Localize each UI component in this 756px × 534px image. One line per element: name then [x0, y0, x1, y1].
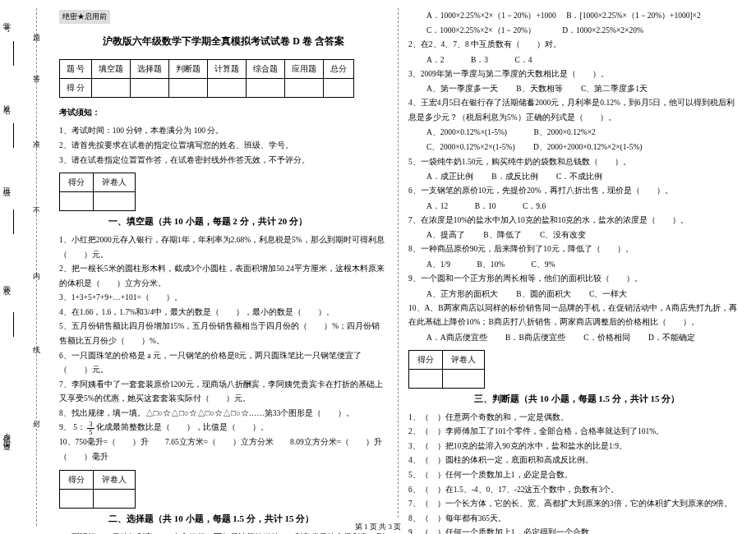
score-h1: 填空题	[92, 59, 131, 78]
binding-label-school: 学校	[2, 279, 12, 284]
c5-opts: A．成正比例 B．成反比例 C．不成比例	[408, 169, 738, 184]
score-h7: 总分	[324, 59, 354, 78]
c1c: C．1000×2.25%×2×（1－20%）	[426, 26, 536, 35]
c1-opts: A．1000×2.25%×2×（1－20%）+1000 B．[1000×2.25…	[408, 8, 738, 38]
choice-q5: 5、一袋纯牛奶1.50元，购买纯牛奶的袋数和总钱数（ ）。	[408, 155, 738, 170]
c10b: B．B商店便宜些	[505, 334, 565, 342]
fill-q9-pre: 9、	[59, 424, 71, 432]
c9b: B、圆的面积大	[516, 290, 570, 298]
fill-q10: 10、750毫升=（ ）升 7.65立方米=（ ）立方分米 8.09立方分米=（…	[59, 435, 388, 464]
fill-q2: 2、把一根长5米的圆柱形木料，截成3个小圆柱，表面积增加50.24平方厘米，这根…	[59, 262, 388, 291]
section-3-title: 三、判断题（共 10 小题，每题 1.5 分，共计 15 分）	[408, 390, 738, 407]
c7-opts: A、提高了 B、降低了 C、没有改变	[408, 228, 738, 242]
score-h3: 判断题	[169, 59, 208, 78]
notice-heading: 考试须知：	[59, 104, 388, 120]
choice-q10: 10、A、B两家商店以同样的标价销售同一品牌的手机，在促销活动中，A商店先打九折…	[408, 302, 738, 330]
c5b: B．成反比例	[491, 173, 537, 181]
binding-label-town: 乡镇（街道）	[2, 427, 12, 442]
notice-2: 2、请首先按要求在试卷的指定位置填写您的姓名、班级、学号。	[59, 138, 388, 153]
c2a: A．2	[426, 56, 445, 64]
fill-q9: 9、 5： 35 化成最简整数比是（ ），比值是（ ）。	[59, 421, 388, 435]
seal-no: 不	[33, 205, 40, 216]
c5a: A．成正比例	[426, 173, 473, 181]
c4-opts: A、2000×0.12%×(1-5%) B、2000×0.12%×2 C、200…	[408, 125, 738, 154]
c3c: C、第二季度多1天	[581, 85, 648, 93]
judge-q5: 5、（ ）任何一个质数加上1，必定是合数。	[408, 468, 738, 483]
judge-q1: 1、（ ）任意两个奇数的和，一定是偶数。	[408, 411, 738, 426]
mini-score-1: 得分评卷人	[59, 173, 136, 211]
mini-c1b: 得分	[60, 470, 94, 489]
mini-c1c: 得分	[409, 350, 443, 369]
c9-opts: A、正方形的面积大 B、圆的面积大 C、一样大	[408, 287, 738, 302]
score-table: 题 号 填空题 选择题 判断题 计算题 综合题 应用题 总分 得 分	[59, 59, 354, 98]
c3-opts: A、第一季度多一天 B、天数相等 C、第二季度多1天	[408, 81, 738, 96]
binding-dotted-line	[36, 8, 37, 526]
score-cell	[131, 78, 169, 97]
secret-tag: 绝密★启用前	[59, 10, 110, 24]
c8-opts: A、1/9 B、10% C、9%	[408, 257, 738, 272]
c5c: C．不成比例	[556, 173, 602, 181]
fill-q3: 3、1+3+5+7+9+…+101=（ ）。	[59, 291, 388, 306]
choice-q3: 3、2009年第一季度与第二季度的天数相比是（ ）。	[408, 67, 738, 82]
c10c: C．价格相同	[583, 334, 629, 342]
mini-c2: 评卷人	[94, 173, 136, 192]
c6a: A．12	[426, 202, 448, 210]
c4a: A、2000×0.12%×(1-5%)	[426, 128, 507, 136]
choice-q4: 4、王宏4月5日在银行存了活期储蓄2000元，月利率是0.12%，到6月5日，他…	[408, 96, 738, 125]
right-column: A．1000×2.25%×2×（1－20%）+1000 B．[1000×2.25…	[399, 8, 748, 518]
frac-d: 5	[87, 429, 94, 436]
fraction: 35	[87, 421, 94, 435]
judge-q2: 2、（ ）李师傅加工了101个零件，全部合格，合格率就达到了101%。	[408, 425, 738, 440]
judge-q4: 4、（ ）圆柱的体积一定，底面积和高成反比例。	[408, 453, 738, 468]
c7b: B、降低了	[483, 231, 521, 239]
c8c: C、9%	[532, 260, 555, 269]
fill-q7: 7、李阿姨看中了一套套装原价1200元，现商场八折酬宾，李阿姨凭贵宾卡在打折的基…	[59, 378, 388, 407]
c6-opts: A．12 B．10 C．9.6	[408, 199, 738, 214]
score-cell	[208, 78, 247, 97]
fill-q6: 6、一只圆珠笔的价格是 a 元，一只钢笔的价格是8元，两只圆珠笔比一只钢笔便宜了…	[59, 349, 388, 378]
mini-c2b: 评卷人	[94, 470, 136, 489]
c6c: C．9.6	[523, 202, 546, 210]
mini-blank	[60, 489, 94, 508]
binding-label-id: 学号	[2, 16, 12, 21]
score-cell	[324, 78, 354, 97]
judge-q6: 6、（ ）在1.5、-4、0、17、-22这五个数中，负数有3个。	[408, 483, 738, 498]
c3b: B、天数相等	[516, 85, 562, 93]
seal-seal: 封	[33, 419, 40, 430]
binding-label-class: 班级	[2, 181, 12, 186]
score-row-label: 得 分	[60, 78, 92, 97]
fill-q8: 8、找出规律，填一填。△□○☆△□○☆△□○☆△□○☆……第33个图形是（ ）。	[59, 407, 388, 421]
c3a: A、第一季度多一天	[426, 85, 498, 93]
mini-score-3: 得分评卷人	[408, 350, 485, 389]
score-cell	[169, 78, 208, 97]
fill-q4: 4、在1.66，1.6，1.7%和3/4中，最大的数是（ ），最小的数是（ ）。	[59, 306, 388, 320]
c10-opts: A．A商店便宜些 B．B商店便宜些 C．价格相同 D．不能确定	[408, 330, 738, 345]
choice-q6: 6、一支钢笔的原价10元，先提价20%，再打八折出售，现价是（ ）。	[408, 184, 738, 199]
score-h4: 计算题	[208, 59, 247, 78]
choice-q8: 8、一种商品原价90元，后来降价到了10元，降低了（ ）。	[408, 242, 738, 257]
c1d: D．1000×2.25%×2×20%	[562, 26, 643, 35]
binding-blank-name	[13, 123, 21, 148]
page-body: 绝密★启用前 沪教版六年级数学下学期全真模拟考试试卷 D 卷 含答案 题 号 填…	[49, 8, 748, 518]
score-cell	[285, 78, 324, 97]
c8a: A、1/9	[426, 260, 450, 269]
c2c: C．4	[514, 56, 532, 64]
choice-q2: 2、在2、4、7、8 中互质数有（ ）对。	[408, 38, 738, 53]
c9c: C、一样大	[589, 290, 627, 298]
exam-title: 沪教版六年级数学下学期全真模拟考试试卷 D 卷 含答案	[59, 32, 388, 51]
binding-margin: 学号 姓名 班级 学校 乡镇（街道） 题 答 准 不 内 线 封	[0, 0, 49, 534]
seal-line: 线	[33, 345, 40, 356]
c6b: B．10	[475, 202, 496, 210]
fill-q5: 5、五月份销售额比四月份增加15%，五月份销售额相当于四月份的（ ）%；四月份销…	[59, 320, 388, 348]
mini-c1: 得分	[60, 173, 94, 192]
left-column: 绝密★启用前 沪教版六年级数学下学期全真模拟考试试卷 D 卷 含答案 题 号 填…	[49, 8, 399, 518]
choice-q9: 9、一个圆和一个正方形的周长相等，他们的面积比较（ ）。	[408, 272, 738, 287]
mini-blank	[409, 369, 443, 388]
c1b: B．[1000×2.25%×（1－20%）+1000]×2	[566, 12, 701, 20]
choice-q7: 7、在浓度是10%的盐水中加入10克的盐和10克的水，盐水的浓度是（ ）。	[408, 214, 738, 228]
binding-blank-class	[13, 209, 21, 234]
score-cell	[92, 78, 131, 97]
c9a: A、正方形的面积大	[426, 290, 498, 298]
score-cell	[247, 78, 285, 97]
c2-opts: A．2 B．3 C．4	[408, 53, 738, 67]
